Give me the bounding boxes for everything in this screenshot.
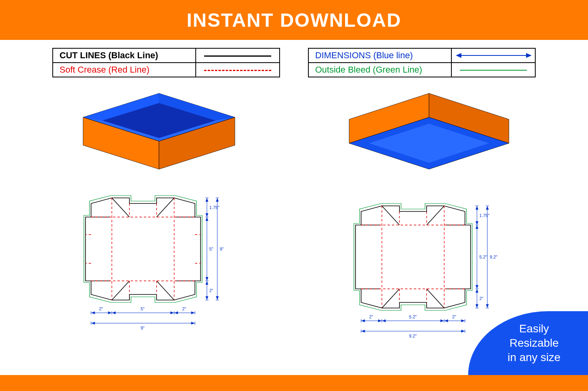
right-column: 1.75" 5.2" 9.2" 2" 2" 5.2" 2" 9.2"	[317, 89, 541, 349]
svg-line-31	[112, 281, 129, 300]
dim-r-bf: 2"	[479, 296, 483, 301]
dieline-left: 1.75" 5" 9" 2" 2" 5" 2" 9"	[79, 189, 239, 341]
box-3d-lid	[341, 89, 517, 185]
box-3d-tray	[75, 89, 243, 177]
bottom-banner	[0, 375, 588, 391]
legend-cut-sample	[196, 48, 280, 63]
dim-l-lw: 2"	[99, 306, 103, 311]
legend-crease-sample	[196, 63, 280, 77]
legend-bleed-label: Outside Bleed (Green Line)	[308, 63, 451, 77]
dim-r-cw: 5.2"	[409, 314, 417, 319]
legend-area: CUT LINES (Black Line) Soft Crease (Red …	[0, 40, 588, 77]
dim-l-top: 1.75"	[209, 205, 219, 210]
svg-line-30	[157, 198, 174, 217]
legend-bleed-sample	[451, 63, 535, 77]
svg-marker-1	[456, 53, 461, 58]
svg-marker-2	[526, 53, 532, 58]
svg-line-65	[382, 289, 399, 308]
dim-r-rw: 2"	[452, 314, 456, 319]
svg-line-29	[112, 198, 129, 217]
dim-l-rw: 2"	[182, 306, 186, 311]
legend-cut-label: CUT LINES (Black Line)	[53, 48, 196, 63]
dim-l-ch: 5"	[209, 247, 213, 251]
dim-r-top: 1.75"	[479, 213, 489, 218]
left-column: 1.75" 5" 9" 2" 2" 5" 2" 9"	[47, 89, 271, 349]
badge-line1: Easily	[519, 322, 549, 335]
svg-line-32	[157, 281, 174, 300]
legend-crease-label: Soft Crease (Red Line)	[53, 63, 196, 77]
badge-line2: Resizable	[510, 337, 559, 349]
dim-r-th: 9.2"	[490, 255, 497, 259]
dim-r-lw: 2"	[369, 314, 373, 319]
dim-r-ch: 5.2"	[479, 255, 487, 259]
svg-line-66	[427, 289, 444, 308]
dim-l-cw: 5"	[141, 306, 145, 311]
dim-r-tw: 9.2"	[409, 334, 417, 338]
legend-dim-sample	[451, 48, 535, 63]
svg-line-63	[382, 206, 399, 225]
header-title: INSTANT DOWNLOAD	[187, 9, 401, 31]
legend-dim-label: DIMENSIONS (Blue line)	[308, 48, 451, 63]
dim-l-tw: 9"	[141, 326, 145, 330]
legend-left: CUT LINES (Black Line) Soft Crease (Red …	[52, 48, 280, 77]
legend-right: DIMENSIONS (Blue line) Outside Bleed (Gr…	[308, 48, 536, 77]
content-area: 1.75" 5" 9" 2" 2" 5" 2" 9"	[0, 77, 588, 349]
dim-l-bf: 2"	[209, 288, 213, 293]
badge-line3: in any size	[508, 351, 560, 363]
svg-line-64	[427, 206, 444, 225]
dim-l-th: 9"	[220, 247, 224, 251]
header-banner: INSTANT DOWNLOAD	[0, 0, 588, 40]
dieline-right: 1.75" 5.2" 9.2" 2" 2" 5.2" 2" 9.2"	[349, 197, 509, 349]
